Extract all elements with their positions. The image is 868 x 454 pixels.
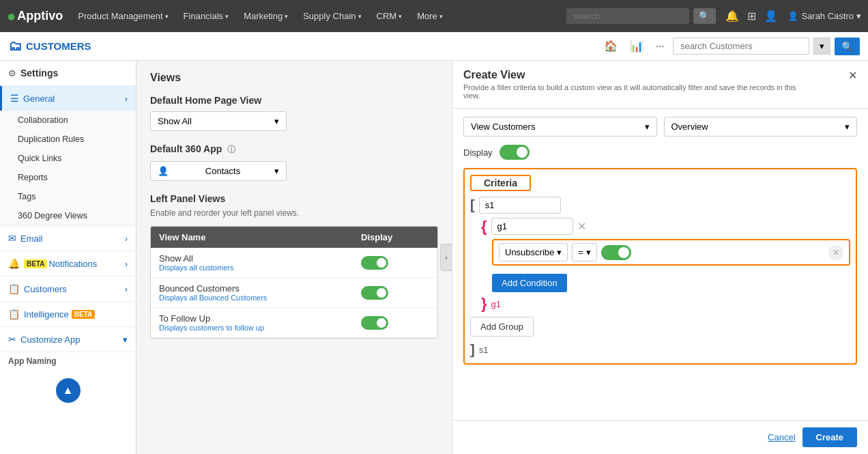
display-toggle-1[interactable] (361, 286, 388, 300)
sidebar-section-email: ✉ Email › (0, 226, 136, 251)
nav-arrow-icon: ▾ (285, 13, 288, 20)
nav-icons-group: 🔔 ⊞ 👤 (725, 10, 778, 23)
sidebar-item-email[interactable]: ✉ Email › (0, 226, 136, 251)
sidebar-item-quick-links[interactable]: Quick Links (0, 149, 136, 168)
cancel-button[interactable]: Cancel (768, 427, 795, 447)
sidebar-item-tags[interactable]: Tags (0, 187, 136, 206)
s1-close-bracket: ] (470, 342, 475, 358)
home-page-view-dropdown[interactable]: Show All ▾ (150, 111, 287, 131)
display-label: Display (463, 147, 493, 158)
info-icon: ⓘ (227, 145, 235, 154)
more-options-icon[interactable]: ··· (652, 38, 669, 55)
user-menu[interactable]: 👤 Sarah Castro ▾ (787, 11, 861, 21)
global-search-button[interactable]: 🔍 (693, 8, 716, 24)
dropdown-arrow-icon: ▾ (274, 116, 279, 126)
panel-collapse-button[interactable]: ‹ (440, 244, 452, 271)
beta-badge: BETA (24, 259, 47, 268)
contacts-dropdown-icon: 👤 (158, 166, 169, 176)
settings-label: Settings (20, 68, 58, 79)
g1-close-label: g1 (491, 299, 501, 309)
default-360-section: Default 360 App ⓘ 👤 Contacts ▾ (150, 143, 438, 181)
nav-more[interactable]: More ▾ (411, 8, 448, 24)
nav-supply-chain[interactable]: Supply Chain ▾ (298, 8, 366, 24)
display-panel-toggle[interactable] (500, 145, 530, 160)
g1-close-row: } g1 (481, 296, 850, 311)
app-naming-label: App Naming (0, 352, 136, 370)
search-caret-button[interactable]: ▾ (813, 38, 830, 55)
overview-dropdown[interactable]: Overview ▾ (664, 117, 858, 137)
s1-close-row: ] s1 (470, 342, 850, 358)
display-toggle-2[interactable] (361, 316, 388, 330)
panel-header-text: Create View Provide a filter criteria to… (463, 69, 805, 100)
content-area: Views Default Home Page View Show All ▾ … (136, 61, 452, 454)
global-search-input[interactable] (566, 8, 689, 24)
default-360-label: Default 360 App ⓘ (150, 143, 438, 156)
sidebar-section-general: ☰ General › Collaboration Duplication Ru… (0, 86, 136, 226)
s1-close-label: s1 (479, 345, 489, 355)
views-table: View Name Display Show All Displays all … (150, 226, 438, 339)
person-icon[interactable]: 👤 (764, 10, 778, 23)
sidebar-item-360-degree-views[interactable]: 360 Degree Views (0, 206, 136, 225)
general-icon: ☰ (10, 93, 19, 104)
panel-title: Create View (463, 69, 805, 81)
sub-header-right: 🏠 📊 ··· ▾ 🔍 (600, 37, 860, 55)
g1-open-bracket: { (481, 219, 487, 234)
sidebar-item-intelligence[interactable]: 📋 Intelligence BETA (0, 302, 136, 326)
create-view-panel: Create View Provide a filter criteria to… (452, 61, 868, 454)
default-home-label: Default Home Page View (150, 95, 438, 106)
nav-arrow-icon: ▾ (225, 13, 229, 20)
g1-remove-button[interactable]: ✕ (577, 220, 586, 233)
nav-marketing[interactable]: Marketing ▾ (238, 8, 293, 24)
display-toggle-0[interactable] (361, 256, 388, 270)
dropdown-arrow-icon: ▾ (274, 166, 279, 176)
top-navigation: ● Apptivo Product Management ▾ Financial… (0, 0, 868, 32)
sidebar-item-customers[interactable]: 📋 Customers › (0, 276, 136, 301)
nav-product-management[interactable]: Product Management ▾ (72, 8, 173, 24)
grid-icon[interactable]: ⊞ (747, 10, 756, 23)
g1-input[interactable] (491, 218, 573, 235)
dropdown-arrow-icon: ▾ (557, 247, 562, 257)
s1-input[interactable] (479, 197, 561, 214)
customers-search-input[interactable] (673, 38, 809, 55)
logo[interactable]: ● Apptivo (7, 8, 63, 25)
view-name-cell: To Follow Up Displays customers to follo… (159, 313, 361, 332)
panel-body: View Customers ▾ Overview ▾ Display Crit… (452, 109, 868, 420)
sidebar-item-notifications[interactable]: 🔔 BETA Notifications › (0, 251, 136, 276)
chevron-right-icon: › (125, 284, 128, 294)
home-icon[interactable]: 🏠 (600, 37, 622, 55)
condition-field-dropdown[interactable]: Unsubscribe ▾ (499, 243, 568, 261)
chart-icon[interactable]: 📊 (626, 37, 648, 55)
scroll-up-button[interactable]: ▲ (56, 378, 81, 403)
nav-crm[interactable]: CRM ▾ (371, 8, 408, 24)
panel-subtitle: Provide a filter criteria to build a cus… (463, 83, 805, 100)
sidebar-item-reports[interactable]: Reports (0, 168, 136, 187)
sidebar-item-duplication-rules[interactable]: Duplication Rules (0, 130, 136, 149)
condition-operator-dropdown[interactable]: = ▾ (572, 243, 597, 261)
sidebar-item-collaboration[interactable]: Collaboration (0, 111, 136, 130)
dropdown-arrow-icon: ▾ (645, 122, 650, 132)
default-360-dropdown[interactable]: 👤 Contacts ▾ (150, 161, 287, 181)
view-customers-dropdown[interactable]: View Customers ▾ (463, 117, 657, 137)
gear-icon: ⚙ (8, 68, 16, 79)
table-row: Bounced Customers Displays all Bounced C… (151, 278, 437, 308)
dropdown-arrow-icon: ▾ (586, 247, 591, 257)
bell-icon[interactable]: 🔔 (725, 10, 739, 23)
view-dropdowns-row: View Customers ▾ Overview ▾ (463, 117, 857, 137)
add-condition-button[interactable]: Add Condition (492, 274, 567, 292)
g1-close-bracket: } (481, 296, 487, 311)
criteria-label: Criteria (478, 175, 523, 191)
panel-close-button[interactable]: ✕ (848, 69, 857, 82)
col-view-name: View Name (159, 232, 361, 242)
sidebar-item-customize-app[interactable]: ✂ Customize App ▾ (0, 327, 136, 352)
condition-value-toggle[interactable] (601, 245, 631, 260)
sidebar-item-general[interactable]: ☰ General › (0, 86, 136, 111)
condition-remove-button[interactable]: ✕ (828, 245, 843, 260)
search-submit-button[interactable]: 🔍 (835, 38, 860, 55)
nav-financials[interactable]: Financials ▾ (178, 8, 235, 24)
create-button[interactable]: Create (802, 427, 857, 447)
nav-arrow-icon: ▾ (165, 13, 169, 20)
add-group-button[interactable]: Add Group (470, 317, 534, 337)
nav-arrow-icon: ▾ (399, 13, 402, 20)
view-name-cell: Bounced Customers Displays all Bounced C… (159, 283, 361, 302)
g1-group: { ✕ Unsubscribe ▾ = ▾ (481, 218, 850, 311)
